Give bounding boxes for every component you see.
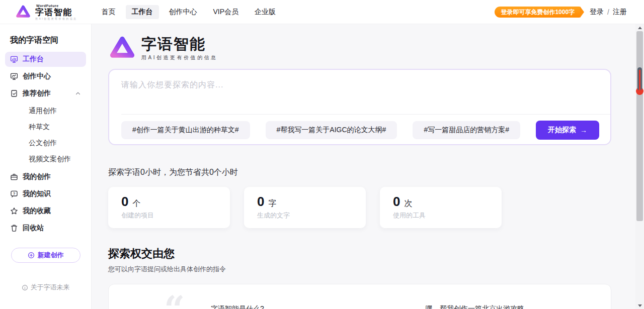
register-link[interactable]: 注册 [613, 8, 627, 17]
stat-label: 创建的项目 [121, 211, 217, 220]
chat-question-icon: ? [10, 190, 18, 198]
sidebar-item-label: 工作台 [23, 55, 44, 64]
sample-prompts-card: “ 字语智能是什么? 嘿，帮我创作一篇北京出游攻略 [108, 284, 611, 309]
brand-tagline-tiny: 用AI创造更有价值的信息 [35, 18, 77, 20]
suggestion-chip-huangshan[interactable]: #创作一篇关于黄山出游的种草文# [121, 121, 250, 139]
hero-logo: 字语智能 用AI创造更有价值的信息 [108, 34, 635, 62]
stat-label: 生成的文字 [257, 211, 353, 220]
stat-unit: 次 [404, 198, 412, 209]
scroll-down-icon[interactable] [635, 302, 644, 309]
search-input[interactable] [109, 70, 610, 114]
plus-circle-icon [28, 252, 35, 259]
brand-logo[interactable]: WordFuture 字语智能 用AI创造更有价值的信息 [15, 4, 77, 20]
chevron-up-icon[interactable] [75, 90, 81, 96]
hero-tagline: 用AI创造更有价值的信息 [141, 54, 217, 61]
sidebar-item-workspace[interactable]: 工作台 [5, 52, 86, 67]
nav-item-enterprise[interactable]: 企业版 [249, 5, 282, 19]
briefcase-icon [10, 173, 18, 181]
sidebar-subitem-video-copy[interactable]: 视频文案创作 [0, 151, 91, 167]
sidebar-item-my-creations[interactable]: 我的创作 [5, 169, 86, 184]
login-link[interactable]: 登录 [590, 8, 604, 17]
main-content: 字语智能 用AI创造更有价值的信息 #创作一篇关于黄山出游的种草文# #帮我写一… [92, 24, 635, 309]
nav-item-home[interactable]: 首页 [96, 5, 122, 19]
suggestion-chip-dessert[interactable]: #写一篇甜品店的营销方案# [413, 121, 520, 139]
sidebar-item-label: 推荐创作 [23, 89, 51, 98]
info-icon [22, 284, 28, 291]
explore-section-subtitle: 您可以向字语提问或给出具体创作的指令 [108, 265, 635, 274]
trash-icon [10, 224, 18, 232]
display-edit-icon [10, 72, 18, 80]
stat-card-words: 0 字 生成的文字 [244, 187, 366, 228]
stat-card-projects: 0 个 创建的项目 [108, 187, 230, 228]
sample-question[interactable]: 字语智能是什么? [211, 304, 264, 309]
stat-value: 0 [257, 194, 264, 210]
star-icon [10, 207, 18, 215]
auth-separator: / [607, 8, 609, 16]
main-nav: 首页 工作台 创作中心 VIP会员 企业版 [96, 5, 282, 19]
stat-card-tools: 0 次 使用的工具 [380, 187, 502, 228]
stat-value: 0 [121, 194, 128, 210]
hero-triangle-icon [108, 34, 136, 62]
thermometer-indicator [636, 67, 643, 95]
new-creation-button[interactable]: 新建创作 [11, 248, 80, 263]
svg-text:?: ? [13, 191, 16, 196]
nav-item-vip[interactable]: VIP会员 [207, 5, 245, 19]
brand-super-title: WordFuture [36, 4, 77, 8]
nav-item-creation-center[interactable]: 创作中心 [163, 5, 203, 19]
stats-summary: 探索字语0小时，为您节省共0个小时 [108, 167, 635, 178]
sidebar-item-label: 我的知识 [23, 189, 51, 198]
sidebar-item-label: 回收站 [23, 224, 44, 233]
search-card: #创作一篇关于黄山出游的种草文# #帮我写一篇关于AIGC的论文大纲# #写一篇… [108, 69, 611, 145]
scroll-up-icon[interactable] [635, 24, 644, 31]
stat-label: 使用的工具 [393, 211, 489, 220]
sidebar-item-label: 创作中心 [23, 72, 51, 81]
nav-item-workspace[interactable]: 工作台 [126, 5, 159, 19]
sidebar-item-creation-center[interactable]: 创作中心 [5, 69, 86, 84]
brand-triangle-icon [15, 4, 31, 20]
login-promo-badge[interactable]: 登录即可享免费创作1000字 [495, 7, 581, 18]
monitor-icon [10, 55, 18, 63]
about-wordfuture-link[interactable]: 关于字语未来 [0, 283, 91, 292]
sidebar: 我的字语空间 工作台 创作中心 推荐创作 通用创作 种草 [0, 24, 92, 309]
arrow-right-icon: → [580, 126, 587, 134]
sidebar-subitem-general-creation[interactable]: 通用创作 [0, 103, 91, 119]
sidebar-subitem-seeding-article[interactable]: 种草文 [0, 119, 91, 135]
brand-name: 字语智能 [35, 8, 77, 17]
start-explore-button[interactable]: 开始探索 → [536, 121, 599, 140]
stat-value: 0 [393, 194, 400, 210]
scrollbar-thumb[interactable] [636, 31, 643, 221]
sidebar-item-favorites[interactable]: 我的收藏 [5, 203, 86, 219]
sample-prompt[interactable]: 嘿，帮我创作一篇北京出游攻略 [426, 304, 524, 309]
stat-unit: 字 [268, 198, 276, 209]
sidebar-section-title: 我的字语空间 [10, 35, 91, 46]
sidebar-subitem-official-doc[interactable]: 公文创作 [0, 135, 91, 151]
page-scrollbar[interactable] [635, 24, 644, 309]
quote-icon: “ [164, 291, 185, 309]
top-header: WordFuture 字语智能 用AI创造更有价值的信息 首页 工作台 创作中心… [0, 0, 644, 24]
sidebar-item-recommended[interactable]: 推荐创作 [5, 86, 86, 101]
sidebar-item-label: 我的收藏 [23, 207, 51, 216]
explore-section-title: 探索权交由您 [108, 246, 635, 261]
stats-row: 0 个 创建的项目 0 字 生成的文字 0 次 使用的工具 [108, 187, 635, 228]
sidebar-item-label: 我的创作 [23, 172, 51, 181]
suggestion-chip-aigc[interactable]: #帮我写一篇关于AIGC的论文大纲# [266, 121, 397, 139]
hero-title: 字语智能 [141, 36, 217, 52]
doc-check-icon [10, 89, 18, 97]
sidebar-item-my-knowledge[interactable]: ? 我的知识 [5, 186, 86, 201]
stat-unit: 个 [132, 198, 140, 209]
sidebar-item-recycle-bin[interactable]: 回收站 [5, 221, 86, 236]
